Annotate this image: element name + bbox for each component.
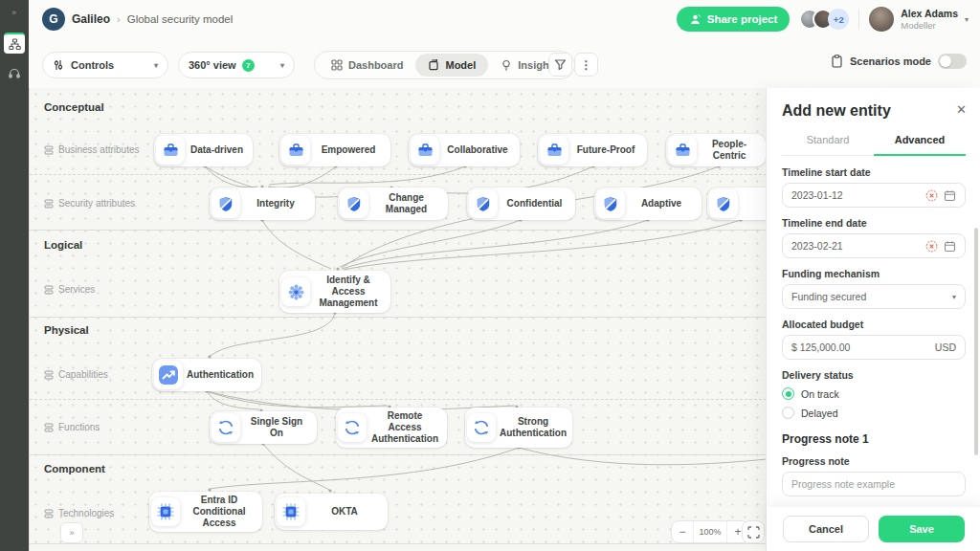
- tab-dashboard[interactable]: Dashboard: [319, 54, 415, 77]
- tab-model[interactable]: Model: [415, 54, 488, 77]
- row-label: Services: [44, 284, 95, 295]
- sync-arrows-icon: [212, 413, 240, 442]
- section-divider: [30, 543, 767, 544]
- scenarios-mode-label: Scenarios mode: [850, 55, 931, 67]
- calendar-icon[interactable]: [944, 240, 956, 253]
- chip-icon: [277, 497, 305, 526]
- node-future-proof[interactable]: Future-Proof: [538, 134, 647, 166]
- funding-value: Funding secured: [791, 291, 947, 302]
- node-confidential[interactable]: Confidential: [467, 187, 575, 220]
- lightbulb-icon: [501, 59, 512, 71]
- row-label: Technologies: [44, 508, 114, 518]
- close-icon[interactable]: ✕: [956, 102, 967, 117]
- expand-rows-button[interactable]: »: [60, 522, 83, 543]
- view-label: 360° view: [189, 59, 236, 71]
- user-menu[interactable]: Alex Adams Modeller ▾: [869, 7, 969, 32]
- node-adaptive[interactable]: Adaptive: [594, 187, 702, 220]
- node-identify-access-management[interactable]: Identify & Access Management: [279, 271, 390, 313]
- controls-dropdown[interactable]: Controls ▾: [42, 52, 168, 78]
- breadcrumb-app[interactable]: Galileo: [72, 12, 110, 26]
- field-label-funding: Funding mechanism: [782, 268, 966, 279]
- node-integrity[interactable]: Integrity: [210, 187, 315, 220]
- tab-advanced[interactable]: Advanced: [874, 134, 966, 156]
- user-avatar: [869, 7, 894, 32]
- row-label: Capabilities: [44, 369, 108, 380]
- zoom-out-button[interactable]: −: [672, 520, 693, 543]
- shield-icon: [469, 189, 498, 218]
- section-heading: Logical: [44, 239, 82, 251]
- tab-model-label: Model: [445, 59, 476, 71]
- rail-item-model[interactable]: [4, 33, 25, 54]
- app-window: » G Galileo › Global security model Shar…: [0, 0, 980, 551]
- funnel-icon: [554, 58, 567, 71]
- clear-date-icon[interactable]: [925, 240, 938, 253]
- sync-arrows-icon: [338, 413, 367, 442]
- node-empowered[interactable]: Empowered: [279, 134, 390, 166]
- node-people-centric[interactable]: People-Centric: [666, 134, 766, 166]
- end-date-input[interactable]: 2023-02-21: [782, 233, 966, 258]
- panel-scrollbar[interactable]: [974, 228, 978, 455]
- radio-delayed[interactable]: Delayed: [782, 407, 966, 419]
- header: G Galileo › Global security model Share …: [29, 0, 980, 38]
- budget-value: $ 125,000.00: [791, 342, 929, 353]
- collaborator-avatars[interactable]: +2: [799, 9, 849, 30]
- budget-input[interactable]: $ 125,000.00 USD: [782, 335, 966, 360]
- radio-on-track[interactable]: On track: [782, 387, 966, 400]
- node-authentication[interactable]: Authentication: [152, 359, 261, 391]
- collaborators-more-badge[interactable]: +2: [828, 9, 849, 30]
- section-divider: [30, 454, 767, 455]
- zoom-level: 100%: [693, 520, 727, 543]
- tab-standard[interactable]: Standard: [782, 134, 874, 156]
- more-options-button[interactable]: ⋮: [574, 53, 598, 77]
- fit-to-screen-button[interactable]: [742, 520, 765, 543]
- radio-icon: [782, 407, 794, 419]
- left-rail: »: [0, 0, 29, 551]
- section-divider: [30, 230, 767, 231]
- view-dropdown[interactable]: 360° view 7 ▾: [178, 52, 295, 78]
- node-strong-authentication[interactable]: Strong Authentication: [465, 408, 572, 448]
- cancel-button[interactable]: Cancel: [783, 516, 869, 542]
- node-entra-id-conditional-access[interactable]: Entra ID Conditional Access: [149, 492, 262, 532]
- rail-collapse-icon[interactable]: »: [0, 8, 29, 17]
- controls-label: Controls: [71, 59, 114, 71]
- save-button[interactable]: Save: [879, 516, 965, 542]
- funding-select[interactable]: Funding secured ▾: [782, 284, 966, 309]
- rail-item-support[interactable]: [4, 63, 25, 84]
- end-date-value: 2023-02-21: [791, 240, 920, 252]
- radio-label: Delayed: [801, 408, 838, 419]
- tab-dashboard-label: Dashboard: [348, 59, 403, 71]
- sync-arrows-icon: [467, 413, 496, 442]
- user-role: Modeller: [901, 20, 958, 31]
- shield-icon: [212, 189, 240, 218]
- row-label: Functions: [44, 422, 100, 432]
- filter-button[interactable]: [548, 53, 572, 77]
- shield-icon: [596, 189, 625, 218]
- node-data-driven[interactable]: Data-driven: [154, 134, 253, 166]
- field-label-end-date: Timeline end date: [782, 217, 966, 229]
- node-single-sign-on[interactable]: Single Sign On: [210, 411, 317, 444]
- node-security-attribute-clipped[interactable]: [707, 187, 767, 220]
- chevron-down-icon: ▾: [965, 15, 969, 24]
- node-change-managed[interactable]: Change Managed: [338, 187, 448, 220]
- calendar-icon[interactable]: [944, 189, 956, 202]
- shield-icon: [709, 189, 738, 218]
- start-date-input[interactable]: 2023-01-12: [782, 183, 966, 208]
- start-date-value: 2023-01-12: [791, 189, 920, 201]
- panel-tab-bar: Standard Advanced: [782, 134, 966, 156]
- progress-note-input[interactable]: [782, 472, 966, 496]
- user-name: Alex Adams: [901, 8, 958, 20]
- node-remote-access-authentication[interactable]: Remote Access Authentication: [336, 408, 447, 448]
- scenarios-mode-toggle[interactable]: [938, 54, 967, 69]
- grid-icon: [331, 59, 343, 71]
- node-collaborative[interactable]: Collaborative: [409, 134, 520, 166]
- capability-chart-icon: [154, 361, 183, 389]
- field-label-progress-note: Progress note: [782, 455, 966, 467]
- clear-date-icon[interactable]: [925, 189, 938, 202]
- transform-icon: [428, 59, 439, 71]
- share-project-button[interactable]: Share project: [677, 7, 791, 32]
- field-label-start-date: Timeline start date: [782, 166, 966, 178]
- briefcase-icon: [156, 136, 185, 165]
- view-count-badge: 7: [242, 59, 255, 72]
- panel-footer: Cancel Save: [767, 507, 980, 551]
- node-okta[interactable]: OKTA: [275, 494, 388, 530]
